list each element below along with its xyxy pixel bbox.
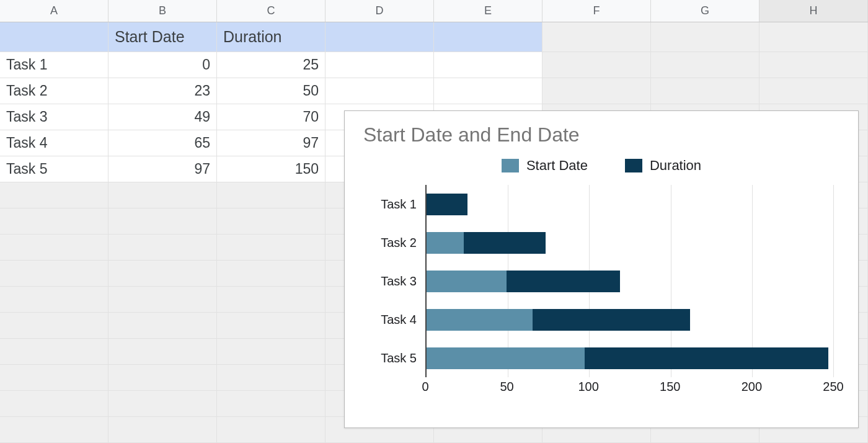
cell[interactable] [0, 182, 108, 208]
cell[interactable] [542, 52, 651, 78]
cell[interactable] [0, 287, 108, 313]
chart-bar-segment [533, 309, 691, 331]
column-header-B[interactable]: B [108, 0, 217, 22]
cell[interactable] [651, 22, 760, 52]
chart-gridline [833, 185, 834, 377]
chart-bar-segment [427, 309, 533, 331]
cell[interactable] [542, 78, 651, 104]
cell[interactable] [0, 339, 108, 365]
chart-x-tick: 200 [742, 380, 762, 394]
cell[interactable] [326, 52, 434, 78]
cell[interactable]: Task 3 [0, 104, 108, 130]
chart-bar-row [427, 271, 833, 292]
legend-label-start: Start Date [526, 158, 588, 174]
chart-container[interactable]: Start Date and End Date Start Date Durat… [344, 110, 859, 428]
cell[interactable]: Task 5 [0, 156, 108, 182]
chart-x-tick: 50 [500, 380, 513, 394]
cell[interactable]: Task 2 [0, 78, 108, 104]
cell[interactable] [0, 261, 108, 287]
cell[interactable] [108, 287, 217, 313]
cell[interactable] [217, 391, 326, 417]
cell[interactable] [542, 22, 651, 52]
cell[interactable] [217, 417, 326, 443]
cell[interactable] [326, 22, 434, 52]
cell[interactable]: Task 1 [0, 52, 108, 78]
cell[interactable]: 150 [217, 156, 326, 182]
cell[interactable]: 23 [108, 78, 217, 104]
cell[interactable] [434, 52, 542, 78]
column-header-H[interactable]: H [760, 0, 868, 22]
chart-bar-row [427, 309, 833, 331]
cell[interactable] [0, 22, 108, 52]
table-row: Start DateDuration [0, 22, 868, 52]
chart-x-axis: 050100150200250 [425, 377, 833, 396]
column-header-F[interactable]: F [542, 0, 651, 22]
cell[interactable] [108, 208, 217, 235]
chart-bar-segment [585, 347, 829, 369]
cell[interactable] [434, 78, 542, 104]
legend-swatch-start [502, 159, 519, 172]
chart-category-label: Task 3 [381, 274, 417, 288]
column-header-E[interactable]: E [434, 0, 542, 22]
cell[interactable] [651, 52, 760, 78]
cell[interactable] [0, 313, 108, 339]
cell[interactable] [108, 235, 217, 261]
cell[interactable] [217, 261, 326, 287]
cell[interactable] [0, 391, 108, 417]
cell[interactable]: Task 4 [0, 130, 108, 156]
cell[interactable]: 70 [217, 104, 326, 130]
cell[interactable] [217, 182, 326, 208]
cell[interactable] [217, 208, 326, 235]
cell[interactable] [0, 365, 108, 391]
cell[interactable] [0, 208, 108, 235]
chart-x-tick: 150 [660, 380, 680, 394]
cell[interactable] [217, 313, 326, 339]
cell[interactable]: Start Date [108, 22, 217, 52]
cell[interactable] [108, 313, 217, 339]
cell[interactable] [108, 261, 217, 287]
chart-plot: Task 1Task 2Task 3Task 4Task 5 050100150… [425, 185, 833, 396]
cell[interactable] [108, 339, 217, 365]
cell[interactable] [0, 417, 108, 443]
cell[interactable] [760, 52, 868, 78]
cell[interactable]: Duration [217, 22, 326, 52]
chart-bar-row [427, 194, 833, 215]
cell[interactable] [760, 22, 868, 52]
cell[interactable] [760, 78, 868, 104]
cell[interactable] [108, 365, 217, 391]
column-header-D[interactable]: D [326, 0, 434, 22]
cell[interactable] [108, 182, 217, 208]
cell[interactable] [434, 22, 542, 52]
cell[interactable]: 50 [217, 78, 326, 104]
cell[interactable] [217, 339, 326, 365]
chart-x-tick: 100 [578, 380, 599, 394]
column-header-C[interactable]: C [217, 0, 326, 22]
cell[interactable]: 97 [108, 156, 217, 182]
chart-category-label: Task 2 [381, 235, 417, 249]
chart-bar-segment [464, 232, 545, 254]
chart-x-tick: 0 [422, 380, 428, 394]
cell[interactable] [217, 365, 326, 391]
chart-category-label: Task 1 [381, 197, 417, 211]
cell[interactable] [108, 417, 217, 443]
cell[interactable] [217, 235, 326, 261]
table-row: Task 22350 [0, 78, 868, 104]
chart-title: Start Date and End Date [363, 123, 839, 146]
column-header-A[interactable]: A [0, 0, 108, 22]
chart-category-label: Task 4 [381, 312, 417, 326]
chart-bar-segment [427, 347, 585, 369]
cell[interactable]: 25 [217, 52, 326, 78]
cell[interactable] [217, 287, 326, 313]
column-header-G[interactable]: G [651, 0, 760, 22]
cell[interactable]: 0 [108, 52, 217, 78]
chart-bar-segment [507, 271, 621, 292]
chart-category-label: Task 5 [381, 351, 417, 365]
cell[interactable]: 49 [108, 104, 217, 130]
cell[interactable]: 65 [108, 130, 217, 156]
cell[interactable] [326, 78, 434, 104]
cell[interactable] [651, 78, 760, 104]
cell[interactable] [108, 391, 217, 417]
cell[interactable]: 97 [217, 130, 326, 156]
cell[interactable] [0, 235, 108, 261]
legend-item-duration: Duration [625, 158, 701, 174]
